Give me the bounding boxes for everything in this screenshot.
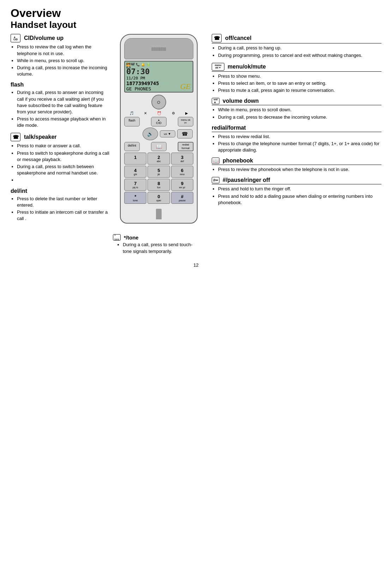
cid-title: ▲CID CID/volume up <box>11 34 109 42</box>
vol-button[interactable]: vol ▼ <box>160 130 175 137</box>
screen-bottom-icons: 🎵 ✕ ⏰ ⚙ ▶ <box>124 111 193 115</box>
screen-date: 11/20 PM <box>126 76 191 81</box>
page-layout: Overview Handset layout ▲CID CID/volume … <box>11 7 381 268</box>
key-0[interactable]: 0 oper <box>147 192 170 204</box>
off-cancel-bullet-2: During programming, press to cancel and … <box>218 52 381 59</box>
hash-section: #✂ #/pause/ringer off Press and hold to … <box>212 177 381 206</box>
del-bullet-1: Press to delete the last number or lette… <box>17 196 109 208</box>
screen-time: 07:30 <box>126 67 191 76</box>
flash-button[interactable]: flash <box>124 117 140 126</box>
key-3[interactable]: 3 def <box>171 153 193 165</box>
del-title: del/int <box>11 188 109 194</box>
star-tone-label-area: *tone */tone <box>113 234 208 241</box>
hash-title: #✂ #/pause/ringer off <box>212 177 381 184</box>
speaker-icon: 🔊 <box>147 131 153 137</box>
talk-title: ☎ talk/speaker <box>11 133 109 141</box>
redial-format-button[interactable]: redial format <box>178 142 193 151</box>
off-cancel-bullets: During a call, press to hang up. During … <box>212 45 381 58</box>
talk-bullet-3: During a call, press to switch between s… <box>17 164 109 176</box>
talk-bullet-2: Press to switch to speakerphone during a… <box>17 150 109 163</box>
page-header: Overview Handset layout <box>11 7 381 34</box>
icon-clock: ⏰ <box>157 111 161 115</box>
cid-icon: ▲CID <box>11 34 20 42</box>
talk-bullet-4 <box>17 177 109 183</box>
phonebook-button[interactable]: 📖 <box>151 142 167 151</box>
keypad: 1 2 abc 3 def 4 ghi <box>124 153 193 204</box>
menu-ok-icon: menuok ✂ <box>212 63 224 71</box>
off-button[interactable]: ☎ <box>177 129 193 138</box>
phone-bottom <box>124 206 193 219</box>
talk-bullet-1: Press to make or answer a call. <box>17 143 109 149</box>
flash-bullet-2: Press to access message playback when in… <box>17 116 109 129</box>
phonebook-icon: 📖 <box>212 158 219 164</box>
menu-ok-bullets: Press to show menu. Press to select an i… <box>212 73 381 94</box>
del-bullets: Press to delete the last number or lette… <box>11 196 109 222</box>
page-subtitle: Handset layout <box>11 19 381 30</box>
redial-section: redial/format Press to review redial lis… <box>212 125 381 154</box>
star-tone-icon: *tone <box>113 234 121 241</box>
left-column: ▲CID CID/volume up Press to review the c… <box>11 34 109 255</box>
vol-down-section: vol▼ volume down While in menu, press to… <box>212 98 381 120</box>
key-hash[interactable]: # pause <box>171 192 193 204</box>
flash-bullet-1: During a call, press to answer an incomi… <box>17 89 109 115</box>
menu-ok-bullet-3: Press to mute a call, press again to res… <box>218 87 381 94</box>
phone-screen: DECT6.0 📶 ✉ 📞 🔔 🔋 07:30 11/20 PM 1877394… <box>124 61 193 93</box>
cid-bullets: Press to review the call log when the te… <box>11 44 109 77</box>
flash-bullets: During a call, press to answer an incomi… <box>11 89 109 129</box>
hash-bullet-1: Press and hold to turn the ringer off. <box>218 186 381 192</box>
key-9[interactable]: 9 wx yz <box>171 179 193 191</box>
key-5[interactable]: 5 jkl <box>147 166 170 178</box>
phonebook-section: 📖 phonebook Press to review the phoneboo… <box>212 158 381 173</box>
function-buttons-row: del/int 📖 redial format <box>124 142 193 151</box>
vol-down-icon: vol▼ <box>212 98 219 104</box>
speaker-grill-icon: |||||||||||||||| <box>151 47 166 51</box>
hash-bullets: Press and hold to turn the ringer off. P… <box>212 186 381 206</box>
key-4[interactable]: 4 ghi <box>124 166 146 178</box>
icon-x: ✕ <box>144 111 147 115</box>
key-star[interactable]: * tone <box>124 192 146 204</box>
key-2[interactable]: 2 abc <box>147 153 170 165</box>
menu-ok-title: menuok ✂ menu/ok/mute <box>212 63 381 72</box>
cid-bullet-2: While in menu, press to scroll up. <box>17 58 109 64</box>
menu-ok-bullet-2: Press to select an item, or to save an e… <box>218 80 381 87</box>
cid-bullet-1: Press to review the call log when the te… <box>17 44 109 57</box>
icon-music: 🎵 <box>129 111 134 115</box>
menu-ok-button[interactable]: menu ok ✂ <box>178 117 193 126</box>
talk-icon: ☎ <box>11 133 20 141</box>
off-cancel-icon: ☎ <box>212 34 222 42</box>
flash-section: flash During a call, press to answer an … <box>11 82 109 129</box>
phone-body: |||||||||||||||| DECT6.0 📶 ✉ 📞 🔔 🔋 07:30 <box>120 34 198 224</box>
key-1[interactable]: 1 <box>124 153 146 165</box>
key-7[interactable]: 7 pq rs <box>124 179 146 191</box>
key-6[interactable]: 6 mno <box>171 166 193 178</box>
nav-circle[interactable]: ○ <box>151 95 166 109</box>
vol-down-bullets: While in menu, press to scroll down. Dur… <box>212 107 381 120</box>
del-bullet-2: Press to initiate an intercom call or tr… <box>17 209 109 222</box>
star-tone-label: */tone <box>124 235 139 241</box>
redial-title: redial/format <box>212 125 381 132</box>
cid-bullet-3: During a call, press to increase the inc… <box>17 65 109 77</box>
star-tone-bullets: During a call, press to send touch-tone … <box>116 242 198 254</box>
phone-brand-logo: GE <box>180 82 191 91</box>
redial-bullets: Press to review redial list. Press to ch… <box>212 134 381 154</box>
star-tone-bullet-1: During a call, press to send touch-tone … <box>123 242 198 254</box>
speaker-button[interactable]: 🔊 <box>143 128 158 140</box>
hash-bullet-2: Press and hold to add a dialing pause wh… <box>218 193 381 206</box>
redial-bullet-2: Press to change the telephone number for… <box>218 141 381 153</box>
phone-wrapper: |||||||||||||||| DECT6.0 📶 ✉ 📞 🔔 🔋 07:30 <box>109 34 208 255</box>
talk-section: ☎ talk/speaker Press to make or answer a… <box>11 133 109 183</box>
phone-dect-label: DECT6.0 <box>126 62 135 69</box>
icon-settings: ⚙ <box>172 111 175 115</box>
off-cancel-section: ☎ off/cancel During a call, press to han… <box>212 34 381 58</box>
redial-bullet-1: Press to review redial list. <box>218 134 381 140</box>
cid-button[interactable]: ▲ CID <box>151 117 167 126</box>
phonebook-bullet-1: Press to review the phonebook when the t… <box>218 166 381 173</box>
phonebook-title: 📖 phonebook <box>212 158 381 165</box>
key-8[interactable]: 8 tuv <box>147 179 170 191</box>
cid-section: ▲CID CID/volume up Press to review the c… <box>11 34 109 77</box>
main-content: ▲CID CID/volume up Press to review the c… <box>11 34 381 255</box>
off-cancel-bullet-1: During a call, press to hang up. <box>218 45 381 51</box>
del-int-button[interactable]: del/int <box>124 142 140 151</box>
del-section: del/int Press to delete the last number … <box>11 188 109 222</box>
mid-buttons-row: flash ▲ CID menu ok ✂ <box>124 117 193 126</box>
